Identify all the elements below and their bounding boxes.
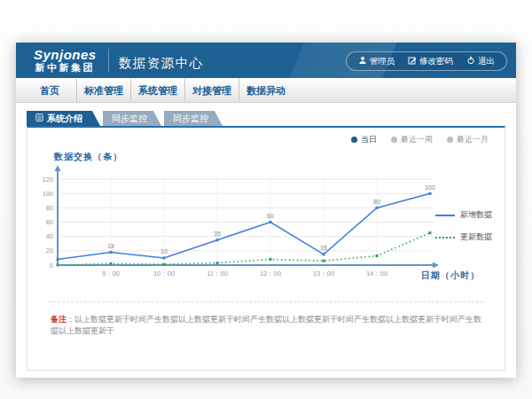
document-icon [35,113,43,123]
svg-text:12：00: 12：00 [260,270,281,278]
logo-brand: Synjones [34,48,97,61]
solid-line-icon [435,215,455,216]
header-divider [108,49,109,72]
tab-sync-monitor-1[interactable]: 同步监控 [103,111,161,126]
legend-item-new-data: 新增数据 [435,209,492,221]
page-background: Synjones 新中新集团 数据资源中心 管理员 修改密码 [0,0,532,399]
svg-text:80: 80 [46,204,53,212]
chart-panel: 当日 最近一周 最近一月 数据交换（条） 0204060801001209：00… [27,126,505,371]
nav-item-integration-management[interactable]: 对接管理 [184,79,239,102]
svg-text:60: 60 [46,218,53,226]
dotted-line-icon [435,237,455,239]
svg-text:9：00: 9：00 [102,270,120,278]
page-title: 数据资源中心 [119,55,204,72]
chart-legend: 新增数据 更新数据 [435,209,492,243]
footnote-body: ：以上数据更新于时间产生数据以上数据更新于时间产生数据以上数据更新于时间产生数据… [51,315,481,335]
svg-text:15: 15 [320,245,327,251]
y-axis-title: 数据交换（条） [54,151,122,163]
nav-item-data-change[interactable]: 数据异动 [239,79,293,102]
legend-item-updated-data: 更新数据 [435,231,492,243]
nav-item-home[interactable]: 首页 [23,79,76,102]
user-label: 管理员 [370,56,395,67]
edit-icon [408,56,417,66]
filter-label: 当日 [361,134,377,145]
tab-bar: 系统介绍 同步监控 同步监控 [27,111,505,126]
filter-last-month[interactable]: 最近一月 [447,134,489,145]
main-nav: 首页 标准管理 系统管理 对接管理 数据异动 [16,78,516,103]
logout-button[interactable]: 退出 [466,56,495,67]
radio-icon [351,137,357,143]
content-area: 系统介绍 同步监控 同步监控 当日 最近 [27,111,505,371]
tab-label: 同步监控 [173,113,208,125]
svg-text:40: 40 [46,232,53,240]
logout-label: 退出 [478,56,495,67]
tab-system-intro[interactable]: 系统介绍 [27,111,100,126]
filter-label: 最近一周 [401,134,433,145]
tab-label: 同步监控 [112,113,147,125]
svg-text:18: 18 [107,243,114,249]
change-password-label: 修改密码 [419,56,453,67]
user-menu: 管理员 修改密码 退出 [346,51,508,71]
tab-sync-monitor-2[interactable]: 同步监控 [164,111,223,126]
svg-text:60: 60 [267,213,274,219]
footnote: 备注：以上数据更新于时间产生数据以上数据更新于时间产生数据以上数据更新于时间产生… [51,314,489,337]
svg-text:100: 100 [42,190,53,198]
radio-icon [391,137,397,143]
svg-text:80: 80 [373,199,380,205]
svg-text:120: 120 [42,176,53,184]
nav-item-system-management[interactable]: 系统管理 [130,79,184,102]
change-password-button[interactable]: 修改密码 [408,56,453,67]
logo: Synjones 新中新集团 [34,48,97,73]
svg-text:13：00: 13：00 [313,270,334,278]
svg-text:100: 100 [425,184,435,191]
app-window: Synjones 新中新集团 数据资源中心 管理员 修改密码 [16,43,516,378]
filter-today[interactable]: 当日 [351,134,377,145]
svg-text:35: 35 [214,231,221,237]
svg-text:10: 10 [160,248,168,254]
radio-icon [447,137,453,143]
footnote-prefix: 备注 [51,315,66,324]
current-user-button[interactable]: 管理员 [358,56,395,67]
filter-last-week[interactable]: 最近一周 [391,134,433,145]
svg-text:11：00: 11：00 [207,270,228,278]
x-axis-title: 日期（小时） [421,270,480,282]
svg-text:0: 0 [50,262,53,270]
dashed-divider [49,301,483,302]
period-filter-group: 当日 最近一周 最近一月 [351,134,489,145]
svg-text:10：00: 10：00 [153,270,175,278]
app-header: Synjones 新中新集团 数据资源中心 管理员 修改密码 [16,43,516,78]
svg-text:14：00: 14：00 [366,270,387,278]
tab-label: 系统介绍 [47,113,82,125]
svg-text:20: 20 [46,246,53,254]
filter-label: 最近一月 [457,134,489,145]
legend-label: 新增数据 [460,209,492,221]
logo-company: 新中新集团 [34,63,97,73]
legend-label: 更新数据 [460,231,492,243]
line-chart: 0204060801001209：0010：0011：0012：0013：001… [33,165,442,296]
power-icon [466,56,475,66]
nav-item-standard-management[interactable]: 标准管理 [76,79,130,102]
user-icon [358,56,367,66]
